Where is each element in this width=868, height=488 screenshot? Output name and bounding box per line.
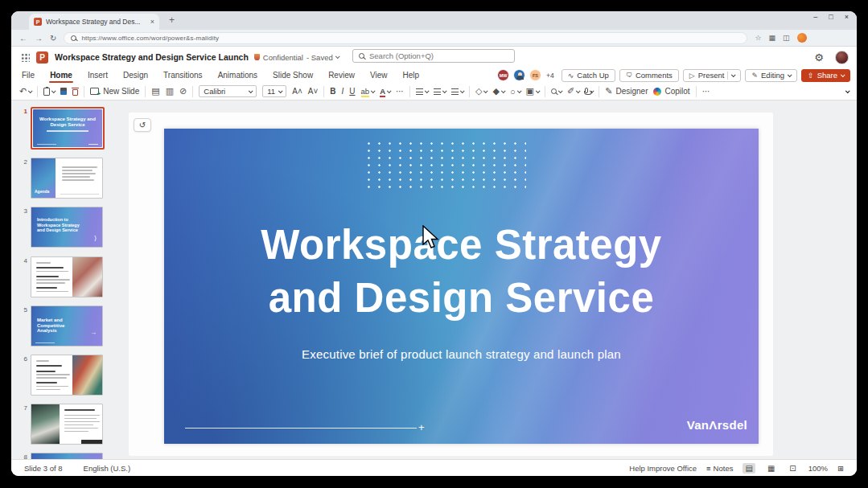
forward-icon[interactable]: → bbox=[35, 34, 43, 43]
designer-button[interactable]: ✎ Designer bbox=[605, 86, 648, 96]
back-icon[interactable]: ← bbox=[19, 34, 27, 43]
copilot-button[interactable]: Copilot bbox=[653, 87, 689, 96]
menu-view[interactable]: View bbox=[369, 69, 389, 81]
shrink-font-button[interactable]: A˅ bbox=[308, 87, 319, 96]
slide-subtitle-textbox[interactable]: Executive brief of product launch strate… bbox=[164, 347, 759, 361]
align-icon bbox=[451, 88, 459, 95]
menu-slideshow[interactable]: Slide Show bbox=[272, 69, 314, 81]
shape-fill-button[interactable]: ◆ bbox=[492, 86, 504, 96]
collapse-ribbon-icon[interactable] bbox=[845, 88, 850, 93]
dictate-button[interactable] bbox=[585, 88, 593, 95]
gear-icon[interactable]: ⚙ bbox=[814, 51, 824, 64]
catch-up-button[interactable]: ∿ Catch Up bbox=[562, 69, 615, 82]
present-button[interactable]: ▷ Present bbox=[683, 69, 742, 82]
font-name-select[interactable]: Calibri bbox=[199, 85, 257, 97]
grow-font-button[interactable]: A˄ bbox=[292, 87, 302, 96]
arrange-button[interactable]: ▣ bbox=[526, 86, 539, 96]
address-bar[interactable]: https://www.office.com/word/power&s-mali… bbox=[64, 32, 747, 44]
notes-toggle[interactable]: ≡ Notes bbox=[706, 464, 733, 473]
new-slide-button[interactable]: New Slide bbox=[90, 87, 139, 96]
underline-button[interactable]: U bbox=[349, 87, 355, 96]
comments-button[interactable]: 🗨 Comments bbox=[619, 69, 679, 82]
bookmark-icon[interactable]: ☆ bbox=[755, 34, 761, 42]
window-close-icon[interactable]: × bbox=[845, 13, 849, 21]
shape-outline-button[interactable]: ○ bbox=[510, 87, 520, 96]
undo-button[interactable]: ↶ bbox=[19, 86, 31, 96]
extension-icon-1[interactable]: ▦ bbox=[768, 34, 775, 42]
presence-avatar-2[interactable] bbox=[513, 69, 525, 81]
microphone-icon bbox=[585, 88, 588, 93]
slide-thumbnail-4[interactable] bbox=[31, 256, 103, 297]
zoom-level[interactable]: 100% bbox=[808, 464, 828, 473]
toolbar-overflow-button[interactable]: ⋯ bbox=[702, 87, 710, 96]
font-size-select[interactable]: 11 bbox=[262, 85, 286, 97]
sensitivity-label[interactable]: Confidential bbox=[263, 53, 303, 62]
document-title[interactable]: Workspace Strategy and Design Service La… bbox=[55, 52, 249, 62]
editing-mode-button[interactable]: ✎ Editing bbox=[745, 69, 797, 82]
presence-avatar-1[interactable]: MW bbox=[497, 69, 509, 81]
window-minimize-icon[interactable]: – bbox=[813, 13, 817, 21]
highlight-button[interactable]: ab bbox=[361, 87, 375, 96]
thumbnail-row-4: 4 bbox=[11, 256, 103, 297]
slide-sorter-view-button[interactable]: ▦ bbox=[765, 463, 777, 474]
slide-canvas[interactable]: Workspace Strategy and Design Service Ex… bbox=[164, 129, 759, 444]
browser-tab[interactable]: P Workspace Strategy and Des... × bbox=[29, 14, 159, 30]
menu-help[interactable]: Help bbox=[401, 69, 420, 81]
tab-close-icon[interactable]: × bbox=[150, 18, 154, 26]
status-bar: Slide 3 of 8 English (U.S.) Help Improve… bbox=[11, 459, 857, 476]
new-tab-button[interactable]: + bbox=[169, 14, 175, 26]
app-launcher-icon[interactable] bbox=[21, 53, 30, 62]
chevron-down-icon[interactable] bbox=[731, 72, 736, 77]
menu-review[interactable]: Review bbox=[327, 69, 356, 81]
menu-design[interactable]: Design bbox=[122, 69, 149, 81]
presence-overflow-count[interactable]: +4 bbox=[546, 72, 554, 80]
window-maximize-icon[interactable]: □ bbox=[829, 13, 833, 21]
reload-icon[interactable]: ↻ bbox=[50, 34, 56, 43]
section-button[interactable]: ⊘ bbox=[179, 86, 187, 96]
menu-home[interactable]: Home bbox=[49, 69, 73, 81]
normal-view-button[interactable]: ▤ bbox=[743, 463, 755, 474]
bold-button[interactable]: B bbox=[330, 87, 335, 96]
presence-avatar-3[interactable]: FS bbox=[529, 69, 541, 81]
align-button[interactable] bbox=[451, 88, 463, 95]
menu-file[interactable]: File bbox=[21, 69, 35, 81]
italic-button[interactable]: I bbox=[342, 87, 344, 96]
slide-thumbnail-1[interactable]: Workspace Strategy and Design Service bbox=[31, 107, 105, 150]
menu-transitions[interactable]: Transitions bbox=[162, 69, 204, 81]
slide-thumbnail-3[interactable]: Introduction to Workspace Strategy and D… bbox=[31, 207, 103, 248]
menu-insert[interactable]: Insert bbox=[87, 69, 109, 81]
chevron-down-icon[interactable] bbox=[335, 54, 340, 59]
menu-animations[interactable]: Animations bbox=[217, 69, 258, 81]
slide-thumbnail-8[interactable] bbox=[31, 453, 103, 459]
font-color-button[interactable]: A bbox=[380, 87, 390, 96]
rewind-button[interactable]: ↺ bbox=[134, 118, 151, 132]
browser-profile-avatar[interactable] bbox=[797, 33, 807, 43]
extension-icon-2[interactable]: ◫ bbox=[783, 34, 790, 42]
fit-to-window-icon[interactable]: ⊞ bbox=[837, 464, 844, 473]
reset-button[interactable]: ▥ bbox=[166, 86, 174, 96]
bullets-button[interactable] bbox=[416, 88, 428, 95]
powerpoint-icon[interactable]: P bbox=[36, 51, 48, 64]
slide-title-textbox[interactable]: Workspace Strategy and Design Service bbox=[164, 219, 759, 325]
search-box[interactable] bbox=[352, 49, 515, 63]
share-button[interactable]: ⇧ Share bbox=[801, 69, 850, 82]
search-input[interactable] bbox=[369, 51, 498, 60]
language-selector[interactable]: English (U.S.) bbox=[84, 464, 131, 473]
more-font-options-button[interactable]: ⋯ bbox=[396, 87, 404, 96]
help-improve-office-link[interactable]: Help Improve Office bbox=[629, 464, 697, 473]
layout-button[interactable]: ▤ bbox=[151, 86, 159, 96]
account-avatar[interactable] bbox=[835, 51, 849, 64]
slide-thumbnail-6[interactable] bbox=[31, 355, 103, 396]
thumbnail-row-5: 5 Market and Competitive Analysis → bbox=[11, 306, 103, 347]
slide-thumbnail-7[interactable] bbox=[31, 404, 103, 445]
delete-icon[interactable] bbox=[72, 89, 78, 96]
slide-thumbnail-5[interactable]: Market and Competitive Analysis → bbox=[31, 306, 103, 347]
draw-button[interactable]: ✐ bbox=[567, 86, 579, 96]
shapes-button[interactable]: ◇ bbox=[475, 86, 487, 96]
format-painter-icon[interactable] bbox=[60, 88, 67, 95]
find-button[interactable] bbox=[551, 88, 562, 94]
numbering-button[interactable] bbox=[434, 88, 446, 95]
paste-button[interactable] bbox=[43, 88, 55, 96]
slideshow-view-button[interactable]: ⊡ bbox=[787, 463, 798, 474]
slide-thumbnail-2[interactable]: Agenda bbox=[31, 158, 103, 199]
